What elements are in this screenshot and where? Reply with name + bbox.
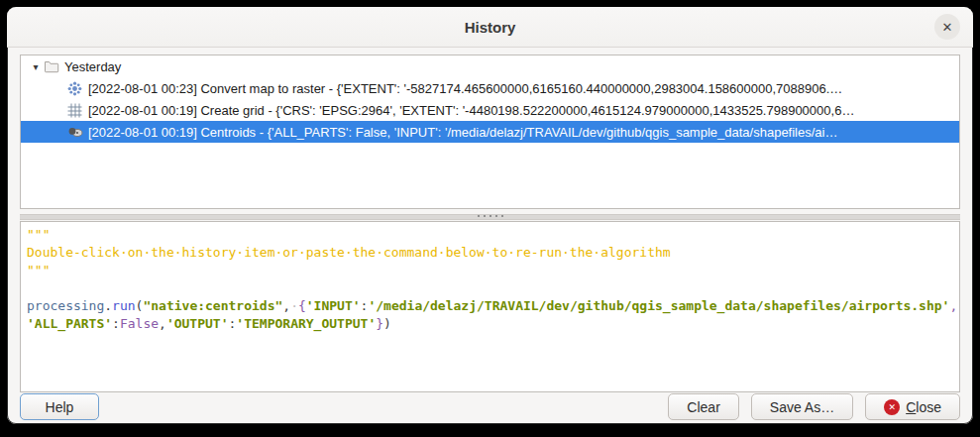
- code-token: "native:centroids": [143, 298, 282, 313]
- save-as-button[interactable]: Save As…: [751, 393, 853, 420]
- code-line: 'ALL_PARTS':False,'OUTPUT':'TEMPORARY_OU…: [27, 315, 953, 333]
- code-token: """: [27, 263, 50, 277]
- panel-splitter[interactable]: [20, 212, 960, 220]
- history-dialog: History ✕ ▾ Yesterday [2022-08-01 00:23]…: [7, 7, 973, 424]
- history-item[interactable]: [2022-08-01 00:23] Convert map to raster…: [21, 77, 959, 99]
- folder-icon: [43, 58, 59, 74]
- history-item[interactable]: [2022-08-01 00:19] Centroids - {'ALL_PAR…: [21, 121, 959, 143]
- save-as-button-label: Save As…: [770, 399, 834, 415]
- title-bar: History ✕: [7, 7, 973, 48]
- code-token: 'TEMPORARY_OUTPUT': [236, 316, 376, 331]
- code-line: """: [27, 226, 953, 244]
- command-code-editor[interactable]: """Double-click·on·the·history·item·or·p…: [20, 221, 960, 392]
- code-token: 'ALL_PARTS': [27, 316, 112, 331]
- code-token: ·: [290, 298, 298, 313]
- splitter-grip-icon[interactable]: [475, 214, 506, 218]
- code-token: run: [112, 298, 135, 313]
- code-token: }: [376, 316, 383, 331]
- window-close-icon[interactable]: ✕: [934, 14, 960, 40]
- history-tree[interactable]: ▾ Yesterday [2022-08-01 00:23] Convert m…: [20, 55, 960, 209]
- button-row: Help Clear Save As… ✕ Close: [20, 393, 960, 420]
- code-token: ,: [282, 298, 290, 313]
- code-token: """: [27, 227, 50, 242]
- tree-group-yesterday[interactable]: ▾ Yesterday: [21, 55, 959, 77]
- code-line: """: [27, 262, 953, 279]
- raster-icon: [66, 80, 83, 96]
- code-token: 'OUTPUT': [166, 316, 229, 331]
- close-button[interactable]: ✕ Close: [865, 393, 960, 420]
- code-token: Double-click·on·the·history·item·or·past…: [27, 245, 671, 260]
- close-red-x-icon: ✕: [884, 399, 900, 415]
- history-item-text: [2022-08-01 00:23] Convert map to raster…: [88, 81, 842, 96]
- history-item[interactable]: [2022-08-01 00:19] Create grid - {'CRS':…: [21, 99, 959, 121]
- code-line: [27, 279, 953, 297]
- help-button-label: Help: [46, 399, 74, 415]
- code-token: '/media/delazj/TRAVAIL/dev/github/qgis_s…: [368, 298, 949, 313]
- help-button[interactable]: Help: [20, 393, 99, 420]
- code-token: ,: [949, 298, 957, 313]
- code-token: processing: [27, 298, 104, 313]
- clear-button[interactable]: Clear: [668, 393, 738, 420]
- code-line: Double-click·on·the·history·item·or·past…: [27, 244, 953, 262]
- code-line: processing.run("native:centroids",·{'INP…: [27, 297, 953, 315]
- dialog-title: History: [465, 19, 516, 36]
- tree-group-label: Yesterday: [64, 59, 121, 74]
- centroids-icon: [66, 124, 83, 140]
- history-item-text: [2022-08-01 00:19] Centroids - {'ALL_PAR…: [88, 125, 837, 140]
- close-button-label: Close: [906, 399, 941, 415]
- code-token: 'INPUT': [306, 298, 361, 313]
- clear-button-label: Clear: [687, 399, 719, 415]
- code-token: ,: [159, 316, 166, 331]
- grid-icon: [66, 102, 83, 118]
- history-item-text: [2022-08-01 00:19] Create grid - {'CRS':…: [88, 103, 854, 118]
- expander-icon[interactable]: ▾: [29, 61, 43, 72]
- code-token: ): [383, 316, 391, 331]
- code-token: False: [120, 316, 159, 331]
- tree-items: [2022-08-01 00:23] Convert map to raster…: [21, 77, 959, 143]
- code-token: .: [104, 298, 112, 313]
- code-token: :: [112, 316, 120, 331]
- code-token: {: [298, 298, 306, 313]
